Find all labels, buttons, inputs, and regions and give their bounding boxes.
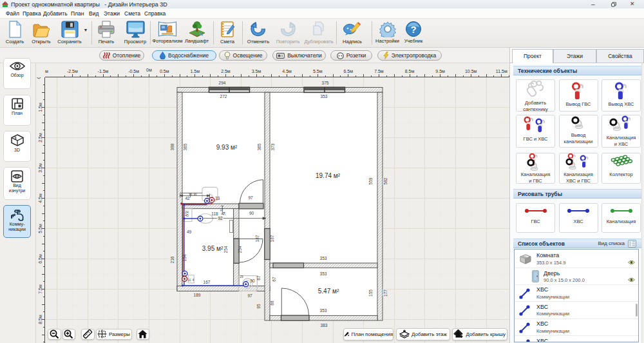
svg-text:187: 187 bbox=[255, 235, 260, 242]
svg-text:54: 54 bbox=[223, 211, 226, 215]
svg-text:?: ? bbox=[410, 24, 416, 35]
svg-text:189: 189 bbox=[194, 293, 201, 297]
svg-text:373: 373 bbox=[270, 143, 275, 150]
svg-text:97: 97 bbox=[247, 293, 252, 298]
svg-text:118: 118 bbox=[211, 211, 218, 216]
svg-text:9.5м: 9.5м bbox=[435, 69, 445, 74]
svg-text:187: 187 bbox=[270, 235, 274, 242]
svg-text:272: 272 bbox=[220, 94, 227, 99]
svg-text:88: 88 bbox=[270, 300, 274, 306]
svg-text:90: 90 bbox=[250, 279, 255, 283]
svg-text:353: 353 bbox=[320, 256, 327, 260]
svg-text:559: 559 bbox=[368, 177, 373, 184]
svg-text:-1.5м: -1.5м bbox=[98, 69, 109, 74]
svg-text:582: 582 bbox=[383, 177, 388, 184]
svg-text:167: 167 bbox=[204, 280, 211, 284]
svg-text:0м: 0м bbox=[146, 68, 152, 72]
svg-text:7.5м: 7.5м bbox=[38, 284, 43, 294]
svg-text:375: 375 bbox=[322, 81, 329, 85]
svg-text:42: 42 bbox=[185, 196, 190, 201]
svg-text:10.5м: 10.5м bbox=[465, 69, 477, 74]
svg-text:5.5м: 5.5м bbox=[38, 224, 43, 233]
svg-text:353: 353 bbox=[320, 271, 327, 276]
svg-text:5.47 м²: 5.47 м² bbox=[318, 288, 339, 295]
svg-text:5.5м: 5.5м bbox=[313, 69, 323, 74]
svg-text:90: 90 bbox=[249, 211, 254, 215]
svg-text:0.5м: 0.5м bbox=[160, 69, 169, 74]
svg-text:92: 92 bbox=[218, 216, 223, 220]
svg-text:3.5м: 3.5м bbox=[252, 69, 261, 74]
svg-text:254: 254 bbox=[223, 246, 228, 253]
svg-text:6.5м: 6.5м bbox=[344, 69, 354, 74]
svg-text:3: 3 bbox=[14, 136, 17, 141]
svg-text:4.5м: 4.5м bbox=[282, 69, 292, 74]
svg-text:33: 33 bbox=[215, 196, 220, 201]
svg-text:254: 254 bbox=[238, 246, 242, 253]
svg-text:3.95 м²: 3.95 м² bbox=[202, 245, 223, 252]
svg-text:97: 97 bbox=[248, 195, 253, 200]
svg-text:8.5м: 8.5м bbox=[405, 69, 415, 74]
svg-text:м: м bbox=[45, 69, 48, 74]
svg-text:90: 90 bbox=[193, 193, 197, 196]
svg-text:-2.5м: -2.5м bbox=[67, 69, 78, 74]
svg-text:49: 49 bbox=[187, 230, 192, 234]
svg-text:383: 383 bbox=[321, 323, 328, 328]
svg-text:45: 45 bbox=[185, 213, 189, 217]
svg-text:67: 67 bbox=[272, 277, 276, 282]
svg-text:216: 216 bbox=[170, 256, 175, 263]
svg-text:2.5м: 2.5м bbox=[38, 133, 43, 142]
svg-text:194: 194 bbox=[182, 254, 187, 261]
svg-text:9.93 м²: 9.93 м² bbox=[216, 144, 238, 151]
svg-text:353: 353 bbox=[321, 94, 328, 99]
svg-text:3.5м: 3.5м bbox=[38, 163, 43, 173]
svg-text:388: 388 bbox=[170, 143, 175, 150]
svg-text:155: 155 bbox=[368, 289, 373, 297]
svg-text:7.5м: 7.5м bbox=[374, 69, 384, 74]
svg-text:177: 177 bbox=[383, 289, 388, 297]
svg-text:4.5м: 4.5м bbox=[38, 193, 43, 203]
svg-text:294: 294 bbox=[219, 81, 226, 85]
svg-text:6.5м: 6.5м bbox=[38, 254, 43, 264]
svg-text:365: 365 bbox=[257, 143, 261, 150]
svg-text:67: 67 bbox=[256, 275, 261, 280]
svg-text:353: 353 bbox=[320, 308, 327, 313]
svg-text:66: 66 bbox=[189, 193, 193, 196]
svg-text:95: 95 bbox=[256, 304, 261, 309]
svg-text:8.5м: 8.5м bbox=[38, 315, 43, 324]
svg-text:2.5м: 2.5м bbox=[221, 69, 231, 74]
svg-text:19.74 м²: 19.74 м² bbox=[316, 172, 341, 179]
svg-text:-0.5м: -0.5м bbox=[128, 69, 139, 74]
svg-text:11.5м: 11.5м bbox=[496, 69, 507, 74]
svg-text:51: 51 bbox=[220, 208, 223, 211]
svg-text:1.5м: 1.5м bbox=[191, 69, 200, 74]
svg-text:29: 29 bbox=[240, 275, 243, 279]
svg-text:1.5м: 1.5м bbox=[38, 103, 43, 112]
svg-text:10: 10 bbox=[188, 278, 191, 282]
svg-text:365: 365 bbox=[183, 143, 187, 150]
